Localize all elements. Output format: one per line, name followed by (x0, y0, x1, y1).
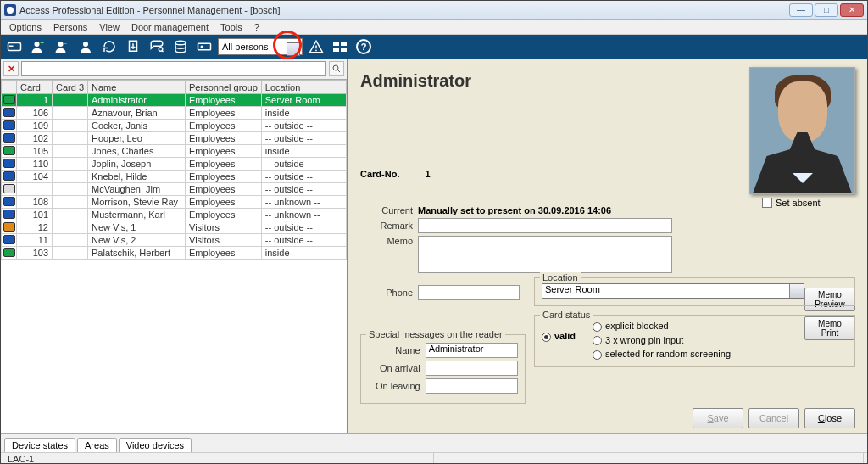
phone-input[interactable] (418, 285, 520, 300)
svg-text:+: + (40, 40, 44, 48)
table-row[interactable]: 106Aznavour, BrianEmployeesinside (2, 107, 347, 120)
save-button[interactable]: Save (693, 408, 743, 428)
persons-table[interactable]: Card Card 3 Name Personnel group Locatio… (1, 80, 347, 260)
tab-device-states[interactable]: Device states (4, 438, 75, 452)
svg-point-2 (35, 42, 40, 47)
window-controls: — □ ✕ (789, 3, 864, 17)
menu-help[interactable]: ? (249, 21, 264, 33)
menu-tools[interactable]: Tools (215, 21, 248, 33)
phone-label: Phone (360, 288, 413, 298)
cancel-button[interactable]: Cancel (748, 408, 799, 428)
table-row[interactable]: 102Hooper, LeoEmployees-- outside -- (2, 132, 347, 145)
special-name-input[interactable]: Administrator (426, 343, 518, 358)
col-status[interactable] (2, 81, 17, 94)
table-row[interactable]: 103Palatschik, HerbertEmployeesinside (2, 247, 347, 260)
table-row[interactable]: 12New Vis, 1Visitors-- outside -- (2, 221, 347, 234)
svg-rect-12 (315, 46, 317, 49)
cardno-label: Card-No. (360, 169, 399, 179)
svg-point-11 (201, 46, 203, 48)
badge-icon[interactable] (194, 36, 214, 57)
menu-persons[interactable]: Persons (48, 21, 92, 33)
close-button[interactable]: Close (804, 408, 855, 428)
card-status-legend: Card status (540, 310, 593, 320)
set-absent-label: Set absent (776, 198, 821, 208)
svg-rect-10 (198, 43, 211, 50)
special-messages-legend: Special messages on the reader (366, 329, 505, 339)
set-absent-checkbox[interactable] (762, 198, 772, 208)
cardno-value: 1 (425, 169, 430, 179)
on-arrival-input[interactable] (426, 361, 518, 376)
col-card[interactable]: Card (17, 81, 53, 94)
table-row[interactable]: 1AdministratorEmployeesServer Room (2, 94, 347, 107)
menu-door-management[interactable]: Door management (126, 21, 214, 33)
special-name-label: Name (368, 345, 420, 355)
table-row[interactable]: 101Mustermann, KarlEmployees-- unknown -… (2, 209, 347, 221)
search-button[interactable] (329, 61, 344, 76)
person-detail-panel: Administrator Card-No. 1 Current Manuall… (348, 59, 867, 433)
remark-label: Remark (360, 221, 413, 231)
person-list-panel: ✕ Card Card 3 Name Personnel group Locat… (1, 59, 348, 433)
svg-rect-1 (9, 46, 14, 48)
card-icon[interactable] (4, 36, 25, 57)
table-row[interactable]: 109Cocker, JanisEmployees-- outside -- (2, 120, 347, 132)
add-person-icon[interactable]: + (28, 36, 48, 57)
status-bar: LAC-1 (1, 452, 867, 464)
close-window-button[interactable]: ✕ (840, 3, 864, 17)
location-legend: Location (540, 272, 581, 282)
settings-icon[interactable] (147, 36, 167, 57)
current-value: Manually set to present on 30.09.2016 14… (418, 205, 611, 215)
on-arrival-label: On arrival (368, 363, 420, 373)
on-leaving-label: On leaving (368, 381, 420, 391)
bottom-tabs: Device states Areas Video devices (1, 433, 867, 452)
svg-text:–: – (64, 40, 68, 48)
svg-point-6 (83, 42, 88, 47)
grid-view-icon[interactable] (330, 36, 350, 57)
refresh-icon[interactable] (99, 36, 120, 57)
toolbar: + – All persons ? (1, 35, 867, 59)
svg-point-9 (175, 41, 186, 45)
menu-bar: Options Persons View Door management Too… (1, 20, 867, 35)
table-row[interactable]: 108Morrison, Stevie RayEmployees-- unkno… (2, 196, 347, 209)
status-explicit-blocked-option[interactable]: explicit blocked (593, 321, 731, 332)
remove-person-icon[interactable]: – (52, 36, 72, 57)
table-row[interactable]: 105Jones, CharlesEmployeesinside (2, 145, 347, 158)
svg-point-4 (58, 42, 64, 47)
tab-areas[interactable]: Areas (77, 438, 117, 452)
window-title: Access Professional Edition - Personnel … (19, 5, 281, 15)
remark-input[interactable] (418, 218, 672, 233)
help-icon[interactable]: ? (353, 36, 374, 57)
location-select[interactable]: Server Room (542, 283, 804, 299)
memo-label: Memo (360, 236, 413, 246)
table-row[interactable]: 104Knebel, HildeEmployees-- outside -- (2, 171, 347, 183)
menu-view[interactable]: View (94, 21, 125, 33)
person-photo (749, 67, 855, 194)
table-row[interactable]: McVaughen, JimEmployees-- outside -- (2, 183, 347, 196)
window-titlebar: Access Professional Edition - Personnel … (1, 1, 867, 20)
database-icon[interactable] (170, 36, 191, 57)
svg-point-14 (333, 65, 338, 70)
alert-icon[interactable] (306, 36, 326, 57)
minimize-button[interactable]: — (789, 3, 813, 17)
on-leaving-input[interactable] (426, 378, 518, 394)
status-random-screening-option[interactable]: selected for random screening (593, 349, 731, 360)
tab-video-devices[interactable]: Video devices (119, 438, 192, 452)
clear-search-button[interactable]: ✕ (3, 61, 19, 76)
menu-options[interactable]: Options (4, 21, 47, 33)
status-wrong-pin-option[interactable]: 3 x wrong pin input (593, 335, 731, 346)
status-valid-option[interactable]: valid (542, 331, 576, 341)
app-icon (4, 4, 16, 16)
filter-select-value: All persons (222, 42, 268, 52)
maximize-button[interactable]: □ (815, 3, 838, 17)
col-name[interactable]: Name (88, 81, 186, 94)
filter-select[interactable]: All persons (218, 38, 303, 55)
table-row[interactable]: 110Joplin, JosephEmployees-- outside -- (2, 158, 347, 171)
search-input[interactable] (21, 61, 326, 76)
export-icon[interactable] (123, 36, 143, 57)
memo-input[interactable] (418, 236, 672, 273)
table-row[interactable]: 11New Vis, 2Visitors-- outside -- (2, 234, 347, 247)
col-card3[interactable]: Card 3 (53, 81, 88, 94)
person-icon[interactable] (75, 36, 96, 57)
col-location[interactable]: Location (261, 81, 346, 94)
col-group[interactable]: Personnel group (186, 81, 262, 94)
person-name-heading: Administrator (360, 71, 471, 91)
